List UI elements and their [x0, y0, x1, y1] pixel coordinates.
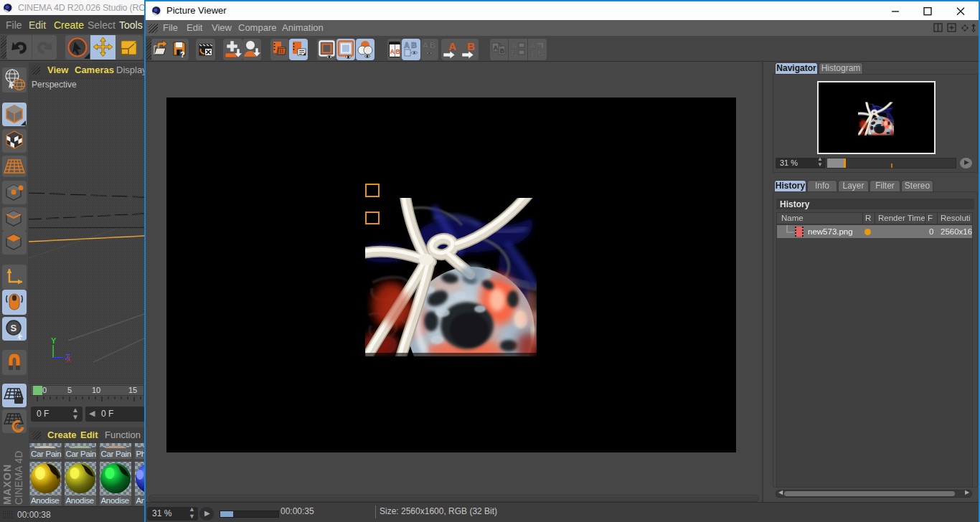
svg-text:Perspective: Perspective — [32, 80, 77, 90]
svg-text:B: B — [411, 41, 417, 49]
svg-text:1: 1 — [530, 49, 534, 57]
svg-text:B: B — [430, 41, 435, 49]
svg-text:B: B — [396, 48, 401, 55]
svg-text:?: ? — [180, 50, 185, 59]
svg-text:B: B — [512, 49, 517, 57]
svg-text:B: B — [467, 40, 475, 52]
svg-text:A: A — [423, 41, 428, 49]
svg-text:Car Pain: Car Pain — [31, 450, 61, 458]
svg-text:Anodise: Anodise — [101, 496, 129, 505]
svg-text:Y: Y — [51, 336, 57, 345]
svg-text:An: An — [136, 496, 145, 505]
svg-text:X: X — [66, 356, 71, 364]
svg-text:S: S — [11, 323, 17, 333]
svg-text:Car Pain: Car Pain — [101, 450, 131, 458]
svg-text:Anodise: Anodise — [31, 496, 59, 505]
svg-text:Car Pain: Car Pain — [66, 450, 96, 458]
svg-text:A: A — [404, 41, 410, 49]
svg-text:A: A — [390, 48, 395, 55]
svg-text:A: A — [448, 40, 456, 52]
svg-text:B: B — [538, 49, 543, 57]
svg-text:B: B — [500, 47, 505, 54]
svg-text:Anodise: Anodise — [66, 496, 94, 505]
svg-text:A: A — [494, 44, 499, 52]
svg-text:Ph: Ph — [136, 450, 145, 458]
